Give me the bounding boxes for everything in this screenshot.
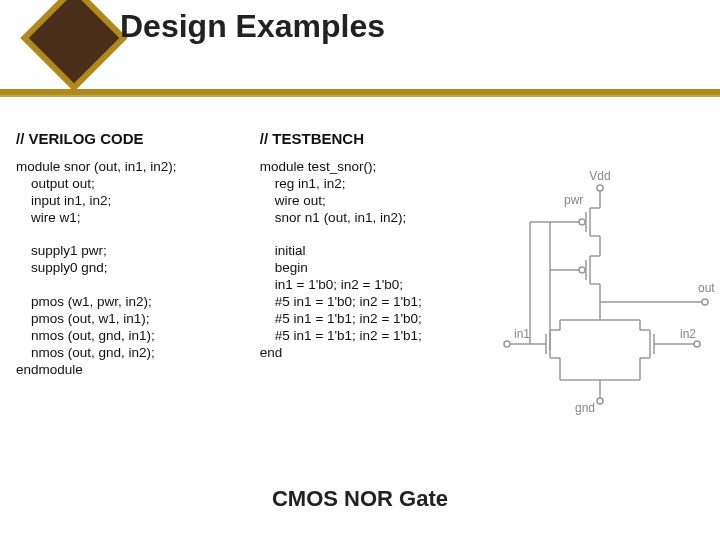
slide-title: Design Examples [120, 8, 385, 45]
label-out: out [698, 281, 715, 295]
svg-point-19 [702, 299, 708, 305]
footer-title: CMOS NOR Gate [0, 486, 720, 512]
circuit-diagram: Vdd pwr [490, 170, 720, 430]
svg-point-29 [504, 341, 510, 347]
label-pwr: pwr [564, 193, 583, 207]
svg-point-36 [694, 341, 700, 347]
svg-point-40 [597, 398, 603, 404]
label-gnd: gnd [575, 401, 595, 415]
testbench-header: // TESTBENCH [260, 130, 494, 147]
circuit-column: Vdd pwr [504, 130, 710, 480]
label-vdd: Vdd [589, 170, 610, 183]
label-in1: in1 [514, 327, 530, 341]
testbench-column: // TESTBENCH module test_snor(); reg in1… [260, 130, 494, 480]
verilog-code: module snor (out, in1, in2); output out;… [16, 159, 250, 378]
testbench-code: module test_snor(); reg in1, in2; wire o… [260, 159, 494, 362]
label-in2: in2 [680, 327, 696, 341]
svg-point-0 [597, 185, 603, 191]
verilog-header: // VERILOG CODE [16, 130, 250, 147]
bullet-diamond-inner [29, 0, 120, 83]
svg-point-13 [579, 267, 585, 273]
content-area: // VERILOG CODE module snor (out, in1, i… [16, 130, 710, 480]
title-underline-2 [0, 95, 720, 97]
svg-point-6 [579, 219, 585, 225]
verilog-column: // VERILOG CODE module snor (out, in1, i… [16, 130, 250, 480]
